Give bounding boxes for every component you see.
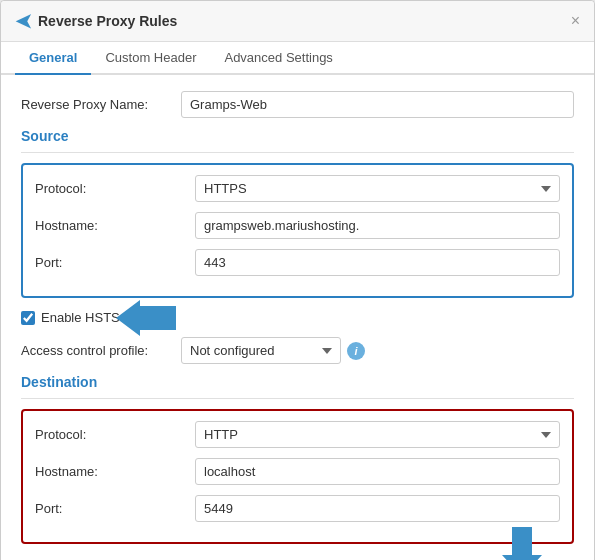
source-hostname-label: Hostname:	[35, 218, 195, 233]
dialog-title: ➤ Reverse Proxy Rules	[15, 9, 177, 33]
proxy-name-row: Reverse Proxy Name:	[21, 91, 574, 118]
dialog-header: ➤ Reverse Proxy Rules ×	[1, 1, 594, 42]
dest-port-row: Port:	[35, 495, 560, 522]
tabs-bar: General Custom Header Advanced Settings	[1, 42, 594, 75]
access-profile-label: Access control profile:	[21, 343, 181, 358]
source-hostname-input[interactable]	[195, 212, 560, 239]
dialog-title-text: Reverse Proxy Rules	[38, 13, 177, 29]
dest-hostname-row: Hostname:	[35, 458, 560, 485]
title-arrow-icon: ➤	[15, 9, 32, 33]
enable-hsts-row: Enable HSTS	[21, 310, 574, 325]
destination-section-title: Destination	[21, 374, 574, 390]
source-port-input[interactable]	[195, 249, 560, 276]
tab-general[interactable]: General	[15, 42, 91, 75]
source-protocol-label: Protocol:	[35, 181, 195, 196]
tab-content-general: Reverse Proxy Name: Source Protocol: HTT…	[1, 75, 594, 560]
tab-custom-header[interactable]: Custom Header	[91, 42, 210, 75]
source-port-row: Port:	[35, 249, 560, 276]
source-port-label: Port:	[35, 255, 195, 270]
access-profile-select[interactable]: Not configured	[181, 337, 341, 364]
proxy-name-input[interactable]	[181, 91, 574, 118]
dest-protocol-row: Protocol: HTTP HTTPS	[35, 421, 560, 448]
source-box: Protocol: HTTPS HTTP Hostname: Port:	[21, 163, 574, 298]
destination-divider	[21, 398, 574, 399]
dest-protocol-label: Protocol:	[35, 427, 195, 442]
source-protocol-row: Protocol: HTTPS HTTP	[35, 175, 560, 202]
source-divider	[21, 152, 574, 153]
hsts-arrow-icon	[116, 300, 176, 336]
close-button[interactable]: ×	[571, 13, 580, 29]
dest-protocol-select[interactable]: HTTP HTTPS	[195, 421, 560, 448]
source-hostname-row: Hostname:	[35, 212, 560, 239]
destination-box: Protocol: HTTP HTTPS Hostname: Port:	[21, 409, 574, 544]
access-profile-row: Access control profile: Not configured i	[21, 337, 574, 364]
dialog: ➤ Reverse Proxy Rules × General Custom H…	[0, 0, 595, 560]
dest-port-input[interactable]	[195, 495, 560, 522]
dest-hostname-input[interactable]	[195, 458, 560, 485]
dest-port-label: Port:	[35, 501, 195, 516]
enable-hsts-checkbox[interactable]	[21, 311, 35, 325]
svg-marker-0	[116, 300, 176, 336]
access-profile-wrap: Not configured i	[181, 337, 365, 364]
access-profile-info-icon[interactable]: i	[347, 342, 365, 360]
source-section-title: Source	[21, 128, 574, 144]
tab-advanced-settings[interactable]: Advanced Settings	[210, 42, 346, 75]
proxy-name-label: Reverse Proxy Name:	[21, 97, 181, 112]
source-protocol-select[interactable]: HTTPS HTTP	[195, 175, 560, 202]
dest-hostname-label: Hostname:	[35, 464, 195, 479]
enable-hsts-label: Enable HSTS	[41, 310, 120, 325]
